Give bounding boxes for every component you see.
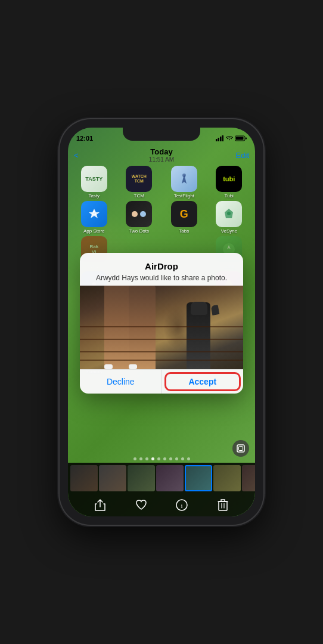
page-dot-6 [169, 457, 172, 460]
airdrop-message: Arwydd Hays would like to share a photo. [88, 274, 235, 282]
screenshot-icon [237, 444, 245, 453]
app-item-tubi[interactable]: tubi Tubi [212, 166, 246, 199]
svg-point-7 [182, 174, 186, 177]
app-icon-tcm: WATCHTCM [126, 166, 152, 192]
svg-rect-1 [218, 138, 220, 141]
app-icon-twodots [126, 201, 152, 227]
page-dot-9 [187, 457, 190, 460]
svg-rect-0 [216, 139, 218, 141]
photo-thumb-2[interactable] [99, 465, 126, 491]
svg-rect-3 [222, 135, 224, 141]
app-item-testflight[interactable]: TestFlight [167, 166, 201, 199]
photo-thumb-1[interactable] [70, 465, 98, 491]
photo-thumb-3[interactable] [128, 465, 155, 491]
svg-rect-17 [239, 447, 243, 451]
today-header: < Today 11:51 AM Edit [68, 144, 255, 166]
app-icon-appstore: A [81, 201, 107, 227]
wifi-icon [226, 136, 233, 141]
app-icon-tabs: G [171, 201, 197, 227]
page-dots [68, 457, 255, 460]
battery-icon [235, 135, 247, 141]
accept-button[interactable]: Accept [162, 370, 244, 394]
photo-thumb-5-selected[interactable] [185, 465, 212, 491]
page-dot-1 [139, 457, 142, 460]
favorite-button[interactable] [134, 498, 148, 512]
app-item-tasty[interactable]: TASTY Tasty [77, 166, 111, 199]
app-label-tcm: TCM [134, 193, 144, 199]
app-item-tcm[interactable]: WATCHTCM TCM [122, 166, 156, 199]
page-dot-4 [157, 457, 160, 460]
airdrop-photo [80, 286, 243, 369]
photo-strip [68, 463, 255, 494]
airdrop-header: AirDrop Arwydd Hays would like to share … [80, 253, 243, 286]
today-subtitle: 11:51 AM [149, 156, 174, 163]
photo-thumb-4[interactable] [156, 465, 184, 491]
app-icon-tasty: TASTY [81, 166, 107, 192]
svg-rect-16 [237, 445, 244, 452]
bottom-dock: i [68, 463, 255, 516]
app-label-tasty: Tasty [88, 193, 100, 199]
page-dot-0 [133, 457, 136, 460]
app-icon-tubi: tubi [216, 166, 242, 192]
photo-thumb-7[interactable] [242, 465, 255, 491]
today-title: Today [149, 147, 174, 156]
accept-label: Accept [188, 377, 216, 386]
app-label-tabs: Tabs [179, 228, 189, 234]
svg-point-10 [140, 211, 146, 217]
today-title-block: Today 11:51 AM [149, 147, 174, 163]
share-button[interactable] [93, 498, 107, 512]
svg-point-11 [227, 212, 231, 215]
airdrop-buttons: Decline Accept [80, 369, 243, 394]
app-item-tabs[interactable]: G Tabs [167, 201, 201, 234]
testflight-svg [177, 172, 191, 186]
status-time: 12:01 [76, 135, 93, 142]
app-item-vesync[interactable]: VeSync [212, 201, 246, 234]
svg-rect-6 [246, 138, 247, 140]
phone-screen: 12:01 [68, 128, 255, 516]
delete-button[interactable] [216, 498, 230, 512]
share-icon [95, 499, 105, 511]
trash-icon [218, 499, 228, 511]
svg-rect-2 [220, 137, 222, 141]
svg-rect-20 [219, 501, 227, 510]
app-label-twodots: Two Dots [129, 228, 149, 234]
photo-thumb-6[interactable] [213, 465, 241, 491]
heart-icon [135, 500, 147, 510]
app-label-vesync: VeSync [221, 228, 237, 234]
airdrop-modal: AirDrop Arwydd Hays would like to share … [80, 253, 243, 394]
svg-point-9 [132, 211, 138, 217]
page-dot-2 [145, 457, 148, 460]
app-icon-vesync [216, 201, 242, 227]
page-dot-8 [181, 457, 184, 460]
svg-text:A: A [91, 209, 97, 218]
app-row-2: A App Store Two Dots [68, 201, 255, 234]
page-dot-7 [175, 457, 178, 460]
app-item-twodots[interactable]: Two Dots [122, 201, 156, 234]
app-label-appstore: App Store [83, 228, 105, 234]
page-dot-5 [163, 457, 166, 460]
appstore-svg: A [86, 206, 102, 222]
twodots-svg [130, 208, 148, 220]
notch [123, 128, 200, 141]
svg-rect-5 [236, 137, 244, 140]
phone-frame: 12:01 [60, 119, 263, 525]
info-icon: i [176, 499, 188, 511]
svg-text:i: i [181, 502, 183, 509]
app-label-testflight: TestFlight [174, 193, 194, 199]
edit-button[interactable]: Edit [236, 151, 249, 160]
bottom-toolbar: i [68, 494, 255, 516]
app-label-tubi: Tubi [225, 193, 234, 199]
app-item-appstore[interactable]: A App Store [77, 201, 111, 234]
app-icon-testflight [171, 166, 197, 192]
vesync-svg [221, 206, 237, 222]
info-button[interactable]: i [175, 498, 189, 512]
signal-icon [216, 135, 224, 141]
page-dot-3 [151, 457, 154, 460]
screenshot-button[interactable] [232, 440, 249, 457]
status-icons [216, 135, 247, 141]
app-row-1: TASTY Tasty WATCHTCM TCM [68, 166, 255, 199]
back-button[interactable]: < [74, 151, 79, 160]
airdrop-title: AirDrop [88, 261, 235, 271]
decline-button[interactable]: Decline [80, 370, 162, 394]
